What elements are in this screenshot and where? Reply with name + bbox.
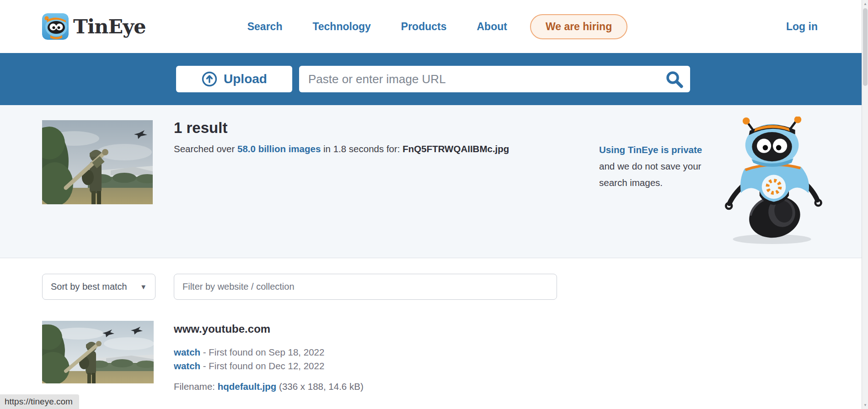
match-line: watch - First found on Dec 12, 2022: [174, 361, 324, 372]
search-band: Upload: [0, 53, 868, 105]
results-count-heading: 1 result: [174, 119, 227, 137]
privacy-rest: and we do not save your search images.: [599, 161, 701, 188]
match-found-text: - First found on Dec 12, 2022: [200, 361, 324, 371]
filename-label: Filename:: [174, 381, 218, 392]
nav-link-search[interactable]: Search: [247, 21, 283, 33]
privacy-note: Using TinEye is private and we do not sa…: [599, 142, 711, 191]
filename-line: Filename: hqdefault.jpg (336 x 188, 14.6…: [174, 381, 364, 392]
query-image-thumbnail: [42, 120, 153, 204]
stats-middle: in 1.8 seconds for:: [321, 143, 402, 154]
match-page-link[interactable]: watch: [174, 361, 200, 371]
privacy-link[interactable]: Using TinEye is private: [599, 144, 702, 155]
nav-link-products[interactable]: Products: [401, 21, 447, 33]
search-icon[interactable]: [665, 70, 684, 89]
sort-dropdown[interactable]: Sort by best match ▼: [42, 274, 155, 300]
image-url-input[interactable]: [299, 66, 690, 92]
app-header: TinEye Search Technology Products About …: [0, 0, 862, 53]
results-summary-section: 1 result Searched over 58.0 billion imag…: [0, 105, 868, 258]
status-bar: https://tineye.com: [0, 394, 79, 409]
result-domain: www.youtube.com: [174, 323, 270, 335]
file-details: (336 x 188, 14.6 kB): [276, 381, 363, 392]
nav-link-technology[interactable]: Technology: [312, 21, 370, 33]
login-link[interactable]: Log in: [786, 21, 818, 33]
upload-icon: [201, 71, 218, 87]
match-found-text: - First found on Sep 18, 2022: [200, 347, 324, 357]
query-filename: FnQ5FTRWQAIIBMc.jpg: [402, 143, 509, 154]
stats-prefix: Searched over: [174, 143, 237, 154]
tineye-logo[interactable]: TinEye: [42, 13, 146, 40]
main-nav: Search Technology Products About: [247, 21, 507, 33]
scroll-up-icon[interactable]: ▲: [862, 0, 868, 8]
filename-link[interactable]: hqdefault.jpg: [218, 381, 277, 392]
billion-images-link[interactable]: 58.0 billion images: [237, 143, 321, 154]
brand-wordmark: TinEye: [73, 15, 146, 38]
upload-button-label: Upload: [224, 72, 267, 86]
match-page-link[interactable]: watch: [174, 347, 200, 357]
results-list-section: Sort by best match ▼: [0, 259, 868, 409]
we-are-hiring-button[interactable]: We are hiring: [530, 14, 627, 39]
match-line: watch - First found on Sep 18, 2022: [174, 347, 324, 358]
tineye-logo-icon: [42, 13, 69, 40]
result-image-thumbnail[interactable]: [42, 321, 154, 383]
upload-button[interactable]: Upload: [176, 66, 292, 92]
status-url: https://tineye.com: [5, 397, 73, 407]
scrollbar[interactable]: ▲ ▼: [862, 0, 868, 409]
scroll-down-icon[interactable]: ▼: [862, 401, 868, 409]
filter-input[interactable]: [174, 274, 557, 300]
scrollbar-thumb[interactable]: [863, 8, 868, 86]
nav-link-about[interactable]: About: [477, 21, 507, 33]
chevron-down-icon: ▼: [140, 283, 147, 291]
sort-dropdown-label: Sort by best match: [51, 282, 127, 292]
search-stats-line: Searched over 58.0 billion images in 1.8…: [174, 143, 509, 154]
tineye-robot-mascot: [722, 117, 825, 245]
